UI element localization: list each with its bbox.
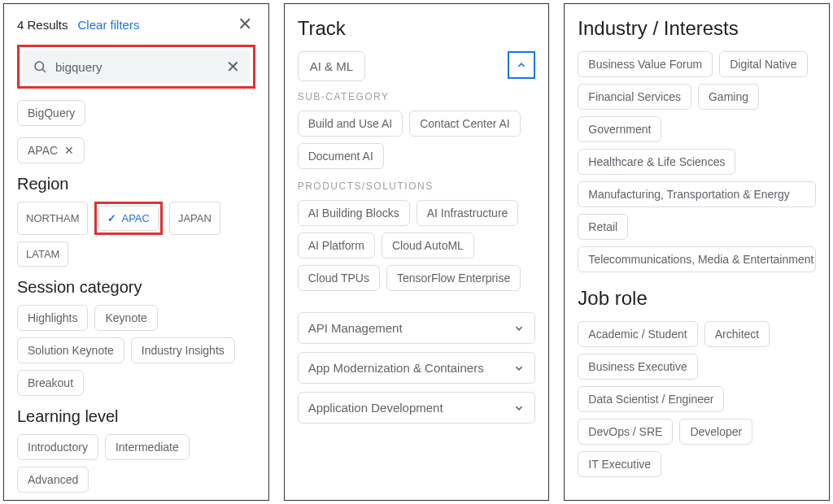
applied-filter-bigquery-row: BigQuery: [17, 100, 255, 126]
level-advanced[interactable]: Advanced: [17, 467, 89, 493]
filters-scroll[interactable]: 4 Results Clear filters ✕ ✕ BigQuery APA…: [4, 4, 268, 500]
job-developer[interactable]: Developer: [679, 419, 752, 445]
search-input[interactable]: [55, 60, 218, 74]
chevron-down-icon: [513, 323, 525, 334]
level-intermediate[interactable]: Intermediate: [105, 434, 190, 460]
region-options: NORTHAM ✓ APAC JAPAN LATAM: [17, 202, 255, 267]
industry-job-panel: Industry / Interests Business Value Foru…: [564, 3, 830, 501]
prod-ai-platform[interactable]: AI Platform: [298, 232, 375, 259]
session-industry-insights[interactable]: Industry Insights: [131, 337, 235, 363]
applied-filter-apac-row: APAC ✕: [17, 137, 255, 163]
job-devops-sre[interactable]: DevOps / SRE: [578, 419, 673, 445]
chevron-down-icon: [513, 402, 525, 414]
track-open-header: AI & ML: [298, 51, 536, 81]
remove-chip-icon[interactable]: ✕: [64, 144, 74, 157]
collapse-track-button[interactable]: [508, 51, 535, 79]
region-label: LATAM: [26, 248, 59, 260]
products-solutions-label: PRODUCTS/SOLUTIONS: [298, 180, 536, 192]
prod-ai-building-blocks[interactable]: AI Building Blocks: [298, 200, 410, 226]
region-northam[interactable]: NORTHAM: [17, 202, 88, 235]
prod-cloud-tpus[interactable]: Cloud TPUs: [298, 265, 380, 291]
svg-line-1: [42, 69, 45, 72]
ind-financial-services[interactable]: Financial Services: [578, 84, 691, 110]
sub-contact-center-ai[interactable]: Contact Center AI: [409, 111, 521, 137]
session-category-title: Session category: [17, 278, 255, 297]
job-role-title: Job role: [578, 287, 816, 310]
job-data-scientist[interactable]: Data Scientist / Engineer: [578, 386, 724, 412]
track-api-management[interactable]: API Management: [298, 312, 536, 344]
job-business-executive[interactable]: Business Executive: [578, 354, 697, 380]
clear-filters-link[interactable]: Clear filters: [78, 18, 140, 32]
learning-level-options: Introductory Intermediate Advanced: [17, 434, 255, 493]
check-icon: ✓: [107, 212, 116, 224]
region-label: APAC: [121, 212, 149, 224]
search-highlight-box: ✕: [17, 45, 255, 89]
filters-header: 4 Results Clear filters ✕: [17, 14, 255, 35]
session-category-options: Highlights Keynote Solution Keynote Indu…: [17, 305, 255, 396]
ind-gaming[interactable]: Gaming: [698, 84, 759, 110]
region-label: NORTHAM: [26, 212, 79, 224]
ind-healthcare[interactable]: Healthcare & Life Sciences: [578, 149, 735, 175]
products-solutions-options: AI Building Blocks AI Infrastructure AI …: [298, 200, 536, 291]
job-it-executive[interactable]: IT Executive: [578, 451, 661, 477]
ind-retail[interactable]: Retail: [578, 214, 628, 240]
svg-point-0: [35, 62, 44, 71]
applied-filter-bigquery[interactable]: BigQuery: [17, 100, 85, 126]
industry-title: Industry / Interests: [578, 17, 816, 40]
region-apac[interactable]: ✓ APAC: [98, 206, 158, 231]
prod-ai-infrastructure[interactable]: AI Infrastructure: [416, 200, 519, 226]
track-application-development[interactable]: Application Development: [298, 392, 536, 424]
results-count: 4 Results: [17, 18, 68, 32]
job-role-options: Academic / Student Architect Business Ex…: [578, 321, 816, 477]
sub-category-options: Build and Use AI Contact Center AI Docum…: [298, 111, 536, 169]
region-title: Region: [17, 175, 255, 193]
sub-build-use-ai[interactable]: Build and Use AI: [298, 111, 403, 137]
region-apac-highlight: ✓ APAC: [94, 202, 162, 235]
applied-filter-apac[interactable]: APAC ✕: [17, 137, 85, 163]
region-japan[interactable]: JAPAN: [169, 202, 220, 235]
sub-document-ai[interactable]: Document AI: [298, 143, 384, 169]
session-breakout[interactable]: Breakout: [17, 370, 84, 396]
job-academic-student[interactable]: Academic / Student: [578, 321, 697, 347]
level-introductory[interactable]: Introductory: [17, 434, 98, 460]
search-icon: [33, 59, 47, 74]
search-field[interactable]: ✕: [23, 50, 250, 83]
filters-panel: 4 Results Clear filters ✕ ✕ BigQuery APA…: [3, 3, 269, 501]
track-app-modernization[interactable]: App Modernization & Containers: [298, 352, 536, 384]
session-keynote[interactable]: Keynote: [94, 305, 157, 331]
ind-telecom[interactable]: Telecommunications, Media & Entertainmen…: [578, 246, 816, 272]
chevron-up-icon: [516, 59, 527, 71]
region-label: JAPAN: [178, 212, 212, 224]
session-solution-keynote[interactable]: Solution Keynote: [17, 337, 124, 363]
industry-job-scroll[interactable]: Industry / Interests Business Value Foru…: [565, 4, 829, 500]
track-ai-ml[interactable]: AI & ML: [298, 51, 365, 81]
chevron-down-icon: [513, 363, 525, 374]
chip-label: APAC: [28, 144, 58, 157]
prod-tensorflow-enterprise[interactable]: TensorFlow Enterprise: [386, 265, 521, 291]
ind-manufacturing[interactable]: Manufacturing, Transportation & Energy: [578, 181, 816, 207]
track-panel: Track AI & ML SUB-CATEGORY Build and Use…: [284, 3, 550, 501]
ind-digital-native[interactable]: Digital Native: [719, 51, 807, 77]
track-scroll[interactable]: Track AI & ML SUB-CATEGORY Build and Use…: [285, 4, 549, 500]
clear-search-icon[interactable]: ✕: [226, 59, 240, 75]
ind-business-value-forum[interactable]: Business Value Forum: [578, 51, 713, 77]
ind-government[interactable]: Government: [578, 116, 661, 142]
job-architect[interactable]: Architect: [704, 321, 770, 347]
sub-category-label: SUB-CATEGORY: [298, 91, 536, 102]
industry-options: Business Value Forum Digital Native Fina…: [578, 51, 816, 272]
chip-label: BigQuery: [28, 106, 75, 119]
session-highlights[interactable]: Highlights: [17, 305, 88, 331]
learning-level-title: Learning level: [17, 407, 255, 426]
region-latam[interactable]: LATAM: [17, 241, 68, 267]
track-title: Track: [298, 17, 536, 40]
prod-cloud-automl[interactable]: Cloud AutoML: [382, 232, 474, 259]
close-icon[interactable]: ✕: [234, 14, 255, 35]
